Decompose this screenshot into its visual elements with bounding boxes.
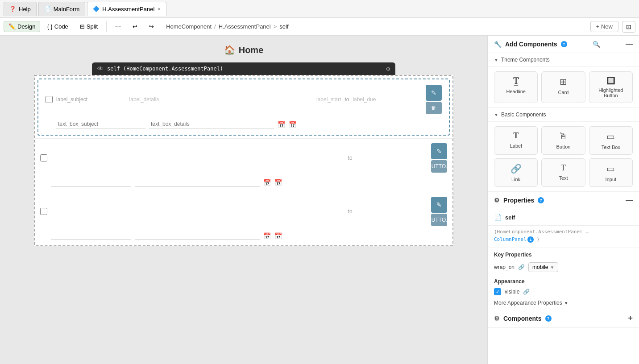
row-2-btn-group: ✎ BUTTO... — [431, 143, 447, 173]
add-components-info-icon[interactable]: ? — [561, 41, 567, 47]
due-date-input: 📅 — [289, 121, 296, 128]
design-icon: ✏️ — [8, 23, 16, 30]
start-date-input: 📅 — [278, 121, 285, 128]
component-highlighted-button[interactable]: 🔲 Highlighted Button — [589, 71, 633, 103]
tab-assessment[interactable]: 🔷 H.AssessmentPanel ✕ — [87, 2, 166, 16]
components-footer-info-icon[interactable]: ? — [545, 315, 552, 322]
text-details-input[interactable] — [149, 120, 274, 128]
basic-components-header[interactable]: ▼ Basic Components — [488, 108, 639, 122]
visible-checkbox[interactable] — [494, 288, 501, 295]
tab-mainform[interactable]: 📄 MainForm — [38, 2, 86, 16]
new-button[interactable]: + New — [590, 21, 618, 32]
breadcrumb-component[interactable]: HomeComponent — [166, 23, 212, 30]
prop-subtitle-line1: (HomeComponent.AssessmentPanel – — [494, 229, 589, 235]
row-3-details-input[interactable] — [135, 232, 260, 240]
component-text-box[interactable]: ▭ Text Box — [589, 126, 633, 155]
properties-collapse-icon[interactable]: — — [626, 196, 633, 204]
row-1-btn-group: ✎ 🗑 — [426, 85, 442, 114]
row-2-subject-input[interactable] — [51, 178, 131, 186]
settings-icon[interactable]: ⚙ — [386, 65, 390, 72]
component-link[interactable]: 🔗 Link — [494, 158, 538, 187]
tab-help[interactable]: ❓ Help — [4, 2, 37, 16]
button-icon: 🖱 — [559, 131, 568, 141]
code-button[interactable]: { } Code — [42, 21, 73, 32]
row-1-label-start: label_start — [272, 96, 341, 103]
row-1-to: to — [344, 96, 349, 103]
search-icon[interactable]: 🔍 — [593, 41, 600, 48]
visible-link-icon[interactable]: 🔗 — [523, 289, 530, 295]
calendar-icon-4[interactable]: 📅 — [274, 179, 282, 186]
wrap-on-dropdown[interactable]: mobile ▼ — [528, 262, 558, 272]
home-icon: 🏠 — [224, 45, 235, 55]
design-button[interactable]: ✏️ Design — [4, 21, 40, 32]
panel-row-1-wrapper: label_subject label_details label_start … — [37, 79, 450, 136]
properties-info-icon[interactable]: ? — [538, 197, 544, 203]
wrap-on-label: wrap_on — [494, 264, 515, 270]
component-label[interactable]: T Label — [494, 126, 538, 155]
component-input[interactable]: ▭ Input — [589, 158, 633, 187]
components-footer-title: Components — [503, 315, 542, 322]
calendar-icon-3[interactable]: 📅 — [263, 179, 271, 186]
row-3-butt-button[interactable]: BUTTO... — [431, 214, 447, 226]
calendar-icon-1[interactable]: 📅 — [278, 121, 285, 128]
prop-subtitle: (HomeComponent.AssessmentPanel – ColumnP… — [488, 226, 639, 248]
undo-button[interactable]: ↩ — [128, 21, 142, 32]
row-1-label-details: label_details — [129, 96, 268, 103]
wrench-icon: 🔧 — [494, 41, 502, 48]
components-footer: ⚙ Components ? + — [488, 309, 639, 328]
component-text2[interactable]: T Text — [541, 158, 585, 187]
calendar-icon-6[interactable]: 📅 — [274, 232, 282, 240]
component-card[interactable]: ⊞ Card — [541, 71, 585, 103]
split-button[interactable]: ⊟ Split — [75, 21, 103, 32]
add-components-collapse-icon[interactable]: — — [626, 40, 633, 48]
self-label-text: self (HomeComponent.AssessmentPanel) — [107, 66, 223, 72]
appearance-label: Appearance — [494, 278, 525, 285]
visible-label: visible — [505, 289, 519, 295]
headline-label: Headline — [506, 89, 525, 94]
code-label: Code — [54, 23, 68, 30]
component-headline[interactable]: T̲ Headline — [494, 71, 538, 103]
row-2-details-input[interactable] — [135, 178, 260, 186]
row-3-edit-button[interactable]: ✎ — [431, 197, 447, 213]
text2-icon: T — [561, 163, 566, 173]
tab-close-icon[interactable]: ✕ — [157, 7, 161, 12]
row-2-butt-button[interactable]: BUTTO... — [431, 160, 447, 173]
more-appearance-chevron-icon: ▼ — [564, 301, 568, 306]
new-label: + New — [596, 23, 613, 30]
more-appearance-button[interactable]: More Appearance Properties ▼ — [488, 297, 639, 309]
row-1-checkbox[interactable] — [46, 96, 53, 103]
card-label: Card — [558, 90, 569, 95]
properties-title: Properties — [503, 197, 534, 204]
visible-row: visible 🔗 — [488, 286, 639, 297]
text-subject-input[interactable] — [56, 120, 145, 128]
prop-self-name: self — [505, 214, 515, 221]
row-1-edit-button[interactable]: ✎ — [426, 85, 442, 101]
prop-self-row: 📄 self — [488, 209, 639, 226]
component-button[interactable]: 🖱 Button — [541, 126, 585, 155]
row-3-checkbox[interactable] — [40, 208, 47, 215]
row-1-delete-button[interactable]: 🗑 — [426, 102, 442, 114]
wrap-on-link-icon[interactable]: 🔗 — [518, 264, 525, 270]
row-3-subject-input[interactable] — [51, 232, 131, 240]
calendar-icon-5[interactable]: 📅 — [263, 232, 271, 240]
theme-components-header[interactable]: ▼ Theme Components — [488, 53, 639, 67]
highlighted-button-icon: 🔲 — [606, 76, 615, 85]
layout-button[interactable]: ⊡ — [622, 21, 635, 33]
wrap-on-value: mobile — [532, 264, 548, 270]
more-button[interactable]: ⋯ — [110, 21, 126, 32]
row-2-checkbox[interactable] — [40, 154, 47, 161]
prop-subtitle-link[interactable]: ColumnPanel — [494, 236, 527, 242]
panel-row-1: label_subject label_details label_start … — [40, 81, 447, 118]
row-3-butt-label: BUTTO... — [428, 217, 450, 223]
calendar-icon-2[interactable]: 📅 — [289, 121, 296, 128]
breadcrumb-panel[interactable]: H.AssessmentPanel — [219, 23, 271, 30]
redo-button[interactable]: ↪ — [144, 21, 159, 32]
components-add-icon[interactable]: + — [628, 314, 633, 323]
row-2-edit-button[interactable]: ✎ — [431, 143, 447, 159]
text2-label: Text — [559, 175, 568, 181]
button-label: Button — [556, 144, 571, 149]
subtitle-info-icon[interactable]: i — [527, 236, 534, 243]
panel-row-3: to ✎ BUTTO... — [35, 192, 452, 231]
undo-icon: ↩ — [133, 23, 137, 30]
theme-components-label: Theme Components — [501, 57, 550, 63]
